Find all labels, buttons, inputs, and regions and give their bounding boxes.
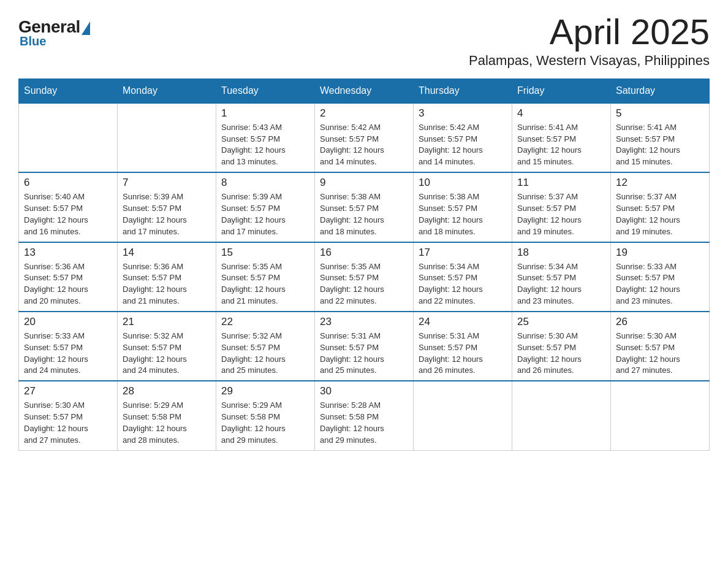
header: General Blue April 2025 Palampas, Wester… (18, 12, 710, 69)
day-info: Sunrise: 5:31 AM Sunset: 5:57 PM Dayligh… (419, 331, 507, 377)
header-sunday: Sunday (19, 79, 118, 103)
logo: General Blue (18, 17, 90, 48)
day-info: Sunrise: 5:38 AM Sunset: 5:57 PM Dayligh… (320, 191, 408, 237)
title-block: April 2025 Palampas, Western Visayas, Ph… (469, 12, 710, 69)
main-title: April 2025 (469, 12, 710, 52)
calendar-cell: 4Sunrise: 5:41 AM Sunset: 5:57 PM Daylig… (512, 103, 611, 172)
day-info: Sunrise: 5:32 AM Sunset: 5:57 PM Dayligh… (221, 331, 309, 377)
calendar-header-row: SundayMondayTuesdayWednesdayThursdayFrid… (19, 79, 710, 103)
day-info: Sunrise: 5:42 AM Sunset: 5:57 PM Dayligh… (419, 122, 507, 168)
day-number: 12 (616, 177, 704, 189)
day-number: 24 (419, 316, 507, 328)
day-number: 9 (320, 177, 408, 189)
day-number: 5 (616, 107, 704, 120)
day-number: 11 (517, 177, 605, 189)
day-number: 28 (123, 385, 211, 397)
day-info: Sunrise: 5:37 AM Sunset: 5:57 PM Dayligh… (517, 191, 605, 237)
day-info: Sunrise: 5:41 AM Sunset: 5:57 PM Dayligh… (517, 122, 605, 168)
day-number: 21 (123, 316, 211, 328)
day-number: 8 (221, 177, 309, 189)
day-info: Sunrise: 5:34 AM Sunset: 5:57 PM Dayligh… (419, 261, 507, 307)
calendar-cell (414, 381, 512, 450)
header-friday: Friday (512, 79, 611, 103)
calendar-cell: 14Sunrise: 5:36 AM Sunset: 5:57 PM Dayli… (118, 242, 216, 312)
day-info: Sunrise: 5:36 AM Sunset: 5:57 PM Dayligh… (123, 261, 211, 307)
day-info: Sunrise: 5:34 AM Sunset: 5:57 PM Dayligh… (517, 261, 605, 307)
day-info: Sunrise: 5:30 AM Sunset: 5:57 PM Dayligh… (517, 331, 605, 377)
day-info: Sunrise: 5:42 AM Sunset: 5:57 PM Dayligh… (320, 122, 408, 168)
calendar-cell: 1Sunrise: 5:43 AM Sunset: 5:57 PM Daylig… (216, 103, 315, 172)
day-number: 2 (320, 107, 408, 120)
calendar-cell: 18Sunrise: 5:34 AM Sunset: 5:57 PM Dayli… (512, 242, 611, 312)
day-info: Sunrise: 5:37 AM Sunset: 5:57 PM Dayligh… (616, 191, 704, 237)
day-number: 13 (24, 247, 112, 259)
day-number: 7 (123, 177, 211, 189)
day-number: 20 (24, 316, 112, 328)
day-info: Sunrise: 5:43 AM Sunset: 5:57 PM Dayligh… (221, 122, 309, 168)
calendar-week-2: 6Sunrise: 5:40 AM Sunset: 5:57 PM Daylig… (19, 172, 710, 242)
calendar-cell (19, 103, 118, 172)
day-number: 22 (221, 316, 309, 328)
subtitle: Palampas, Western Visayas, Philippines (469, 53, 710, 69)
day-info: Sunrise: 5:31 AM Sunset: 5:57 PM Dayligh… (320, 331, 408, 377)
day-number: 26 (616, 316, 704, 328)
calendar-cell: 15Sunrise: 5:35 AM Sunset: 5:57 PM Dayli… (216, 242, 315, 312)
day-info: Sunrise: 5:40 AM Sunset: 5:57 PM Dayligh… (24, 191, 112, 237)
day-info: Sunrise: 5:32 AM Sunset: 5:57 PM Dayligh… (123, 331, 211, 377)
day-number: 29 (221, 385, 309, 397)
calendar-cell (118, 103, 216, 172)
logo-blue-text: Blue (20, 34, 46, 48)
calendar-cell: 5Sunrise: 5:41 AM Sunset: 5:57 PM Daylig… (611, 103, 710, 172)
calendar-cell (512, 381, 611, 450)
day-number: 23 (320, 316, 408, 328)
logo-triangle-icon (82, 21, 90, 35)
calendar-cell: 8Sunrise: 5:39 AM Sunset: 5:57 PM Daylig… (216, 172, 315, 242)
day-info: Sunrise: 5:33 AM Sunset: 5:57 PM Dayligh… (616, 261, 704, 307)
calendar-cell: 30Sunrise: 5:28 AM Sunset: 5:58 PM Dayli… (315, 381, 414, 450)
day-info: Sunrise: 5:29 AM Sunset: 5:58 PM Dayligh… (123, 400, 211, 446)
calendar-cell: 11Sunrise: 5:37 AM Sunset: 5:57 PM Dayli… (512, 172, 611, 242)
day-info: Sunrise: 5:36 AM Sunset: 5:57 PM Dayligh… (24, 261, 112, 307)
day-number: 3 (419, 107, 507, 120)
day-info: Sunrise: 5:30 AM Sunset: 5:57 PM Dayligh… (616, 331, 704, 377)
calendar-week-4: 20Sunrise: 5:33 AM Sunset: 5:57 PM Dayli… (19, 312, 710, 381)
day-info: Sunrise: 5:41 AM Sunset: 5:57 PM Dayligh… (616, 122, 704, 168)
calendar-cell: 24Sunrise: 5:31 AM Sunset: 5:57 PM Dayli… (414, 312, 512, 381)
day-info: Sunrise: 5:33 AM Sunset: 5:57 PM Dayligh… (24, 331, 112, 377)
header-monday: Monday (118, 79, 216, 103)
day-info: Sunrise: 5:39 AM Sunset: 5:57 PM Dayligh… (221, 191, 309, 237)
calendar-cell: 12Sunrise: 5:37 AM Sunset: 5:57 PM Dayli… (611, 172, 710, 242)
calendar-cell: 20Sunrise: 5:33 AM Sunset: 5:57 PM Dayli… (19, 312, 118, 381)
calendar-cell: 10Sunrise: 5:38 AM Sunset: 5:57 PM Dayli… (414, 172, 512, 242)
day-number: 25 (517, 316, 605, 328)
header-wednesday: Wednesday (315, 79, 414, 103)
calendar-cell: 13Sunrise: 5:36 AM Sunset: 5:57 PM Dayli… (19, 242, 118, 312)
day-number: 19 (616, 247, 704, 259)
day-number: 1 (221, 107, 309, 120)
calendar-cell: 17Sunrise: 5:34 AM Sunset: 5:57 PM Dayli… (414, 242, 512, 312)
calendar-cell: 29Sunrise: 5:29 AM Sunset: 5:58 PM Dayli… (216, 381, 315, 450)
header-tuesday: Tuesday (216, 79, 315, 103)
calendar-cell: 9Sunrise: 5:38 AM Sunset: 5:57 PM Daylig… (315, 172, 414, 242)
header-saturday: Saturday (611, 79, 710, 103)
day-info: Sunrise: 5:28 AM Sunset: 5:58 PM Dayligh… (320, 400, 408, 446)
calendar-cell: 3Sunrise: 5:42 AM Sunset: 5:57 PM Daylig… (414, 103, 512, 172)
calendar-cell: 21Sunrise: 5:32 AM Sunset: 5:57 PM Dayli… (118, 312, 216, 381)
day-number: 17 (419, 247, 507, 259)
day-number: 15 (221, 247, 309, 259)
calendar-week-5: 27Sunrise: 5:30 AM Sunset: 5:57 PM Dayli… (19, 381, 710, 450)
day-info: Sunrise: 5:35 AM Sunset: 5:57 PM Dayligh… (320, 261, 408, 307)
header-thursday: Thursday (414, 79, 512, 103)
day-info: Sunrise: 5:35 AM Sunset: 5:57 PM Dayligh… (221, 261, 309, 307)
calendar-cell: 16Sunrise: 5:35 AM Sunset: 5:57 PM Dayli… (315, 242, 414, 312)
day-number: 4 (517, 107, 605, 120)
calendar-week-1: 1Sunrise: 5:43 AM Sunset: 5:57 PM Daylig… (19, 103, 710, 172)
calendar-week-3: 13Sunrise: 5:36 AM Sunset: 5:57 PM Dayli… (19, 242, 710, 312)
day-number: 14 (123, 247, 211, 259)
calendar-cell: 25Sunrise: 5:30 AM Sunset: 5:57 PM Dayli… (512, 312, 611, 381)
day-info: Sunrise: 5:29 AM Sunset: 5:58 PM Dayligh… (221, 400, 309, 446)
day-number: 27 (24, 385, 112, 397)
calendar-cell: 19Sunrise: 5:33 AM Sunset: 5:57 PM Dayli… (611, 242, 710, 312)
calendar-cell: 6Sunrise: 5:40 AM Sunset: 5:57 PM Daylig… (19, 172, 118, 242)
day-info: Sunrise: 5:30 AM Sunset: 5:57 PM Dayligh… (24, 400, 112, 446)
